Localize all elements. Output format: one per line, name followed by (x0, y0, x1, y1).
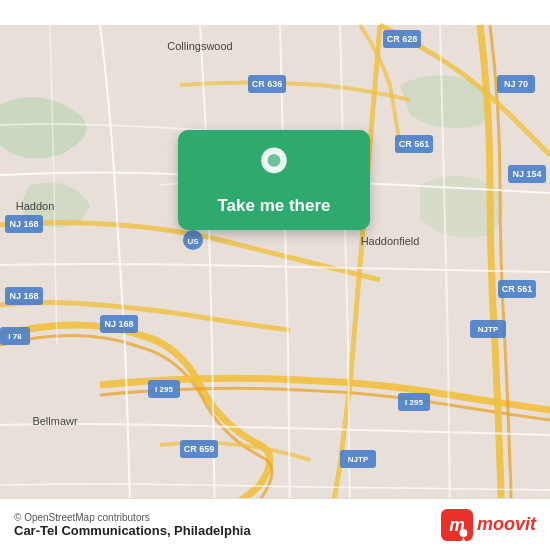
svg-point-41 (459, 529, 467, 537)
svg-text:Collingswood: Collingswood (167, 40, 232, 52)
svg-text:NJ 168: NJ 168 (104, 319, 133, 329)
svg-text:Haddon: Haddon (16, 200, 55, 212)
svg-text:CR 659: CR 659 (184, 444, 215, 454)
osm-credit: © OpenStreetMap contributors (14, 512, 251, 523)
svg-text:Haddonfield: Haddonfield (361, 235, 420, 247)
svg-text:I 295: I 295 (405, 398, 423, 407)
location-pin-icon (254, 146, 294, 186)
svg-text:NJ 168: NJ 168 (9, 291, 38, 301)
svg-text:NJTP: NJTP (478, 325, 499, 334)
svg-text:CR 628: CR 628 (387, 34, 418, 44)
svg-text:US: US (187, 237, 199, 246)
svg-text:NJ 70: NJ 70 (504, 79, 528, 89)
moovit-text: moovit (477, 514, 536, 535)
map-container: NJ 168 CR 636 CR 628 NJ 70 CR 561 NJ 154… (0, 0, 550, 550)
svg-text:NJTP: NJTP (348, 455, 369, 464)
moovit-app-icon: m (441, 509, 473, 541)
svg-text:NJ 154: NJ 154 (512, 169, 541, 179)
moovit-logo[interactable]: m moovit (441, 509, 536, 541)
svg-text:NJ 168: NJ 168 (9, 219, 38, 229)
location-name: Car-Tel Communications, Philadelphia (14, 523, 251, 538)
take-me-there-card[interactable]: Take me there (178, 130, 370, 230)
svg-text:CR 561: CR 561 (502, 284, 533, 294)
svg-text:CR 561: CR 561 (399, 139, 430, 149)
location-info: © OpenStreetMap contributors Car-Tel Com… (14, 512, 251, 538)
svg-text:CR 636: CR 636 (252, 79, 283, 89)
svg-text:I 295: I 295 (155, 385, 173, 394)
take-me-there-label: Take me there (217, 196, 330, 216)
map-svg: NJ 168 CR 636 CR 628 NJ 70 CR 561 NJ 154… (0, 0, 550, 550)
svg-text:Bellmawr: Bellmawr (32, 415, 78, 427)
bottom-bar: © OpenStreetMap contributors Car-Tel Com… (0, 498, 550, 550)
svg-text:I 76: I 76 (8, 332, 22, 341)
